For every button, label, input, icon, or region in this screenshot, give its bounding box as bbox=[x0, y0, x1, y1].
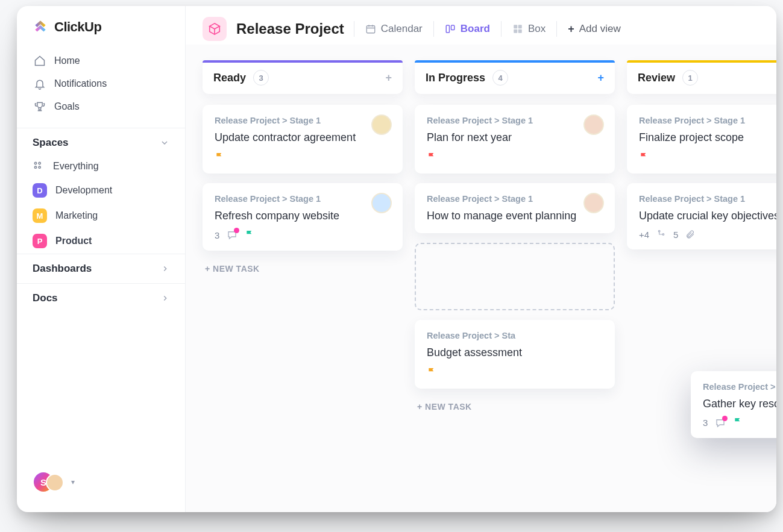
task-card[interactable]: Release Project > Stage 1 How to manage … bbox=[415, 183, 615, 233]
nav-home[interactable]: Home bbox=[29, 49, 173, 72]
spaces-header[interactable]: Spaces bbox=[17, 128, 185, 155]
add-view-button[interactable]: + Add view bbox=[567, 20, 622, 38]
card-title: Plan for next year bbox=[427, 130, 603, 145]
separator bbox=[556, 21, 557, 37]
svg-rect-10 bbox=[514, 25, 517, 28]
subtask-icon bbox=[656, 230, 666, 239]
add-card-button[interactable]: + bbox=[385, 72, 392, 84]
card-title: How to manage event planning bbox=[427, 208, 603, 223]
card-breadcrumb: Release Project > Stage 1 bbox=[427, 194, 603, 204]
flag-icon[interactable] bbox=[245, 230, 254, 241]
assignee-avatar[interactable] bbox=[371, 114, 392, 135]
space-everything-label: Everything bbox=[53, 161, 99, 172]
svg-point-2 bbox=[34, 166, 36, 168]
nav-docs-label: Docs bbox=[33, 292, 58, 304]
svg-rect-12 bbox=[514, 30, 517, 33]
space-label: Product bbox=[55, 236, 92, 246]
column-title: Ready bbox=[213, 72, 246, 84]
drop-placeholder[interactable] bbox=[415, 243, 615, 310]
flag-icon[interactable] bbox=[427, 367, 436, 379]
flag-icon[interactable] bbox=[427, 152, 436, 164]
view-tab-board[interactable]: Board bbox=[444, 20, 491, 37]
column-title: In Progress bbox=[426, 72, 485, 84]
clickup-logo-icon bbox=[33, 19, 48, 35]
spaces-header-label: Spaces bbox=[33, 137, 69, 149]
task-card[interactable]: Release Project > Stage 1 Update crucial… bbox=[627, 183, 776, 249]
svg-rect-13 bbox=[518, 30, 522, 33]
project-icon[interactable] bbox=[203, 17, 227, 41]
column-header[interactable]: In Progress 4 + bbox=[415, 60, 615, 94]
attachment-count: 5 bbox=[673, 230, 678, 240]
card-title: Update crucial key objectives bbox=[639, 208, 776, 223]
nav-goals[interactable]: Goals bbox=[29, 95, 173, 118]
plus-icon: + bbox=[568, 23, 574, 36]
column-inprogress: In Progress 4 + Release Project > Stage … bbox=[415, 60, 615, 496]
home-icon bbox=[34, 55, 46, 67]
space-marketing[interactable]: M Marketing bbox=[17, 203, 185, 228]
column-count: 3 bbox=[253, 70, 269, 86]
card-breadcrumb: Release Project > Stage 1 bbox=[639, 116, 776, 125]
nav-notifications-label: Notifications bbox=[54, 78, 107, 89]
sidebar: ClickUp Home Notifications Goals Spaces … bbox=[17, 6, 186, 512]
task-card[interactable]: Release Project > Stage 1 Finalize proje… bbox=[627, 105, 776, 174]
user-menu[interactable]: S ▾ bbox=[17, 463, 185, 501]
logo[interactable]: ClickUp bbox=[17, 19, 185, 46]
separator bbox=[501, 21, 502, 37]
flag-icon[interactable] bbox=[733, 417, 743, 428]
app-frame: ClickUp Home Notifications Goals Spaces … bbox=[17, 6, 776, 512]
board: Ready 3 + Release Project > Stage 1 Upda… bbox=[186, 45, 776, 512]
task-card[interactable]: Release Project > Stage 1 Update contrac… bbox=[203, 105, 403, 174]
add-view-label: Add view bbox=[579, 23, 621, 35]
view-tab-box[interactable]: Box bbox=[511, 20, 547, 37]
task-card[interactable]: Release Project > Sta Budget assessment bbox=[415, 320, 615, 389]
svg-rect-9 bbox=[451, 25, 454, 30]
assignee-avatar[interactable] bbox=[583, 114, 604, 135]
svg-rect-4 bbox=[366, 26, 375, 33]
flag-icon[interactable] bbox=[215, 152, 224, 164]
caret-down-icon: ▾ bbox=[71, 478, 75, 486]
comment-icon[interactable] bbox=[227, 230, 237, 240]
view-tab-label: Box bbox=[528, 23, 546, 35]
attachment-icon bbox=[685, 230, 695, 239]
space-label: Development bbox=[55, 185, 112, 196]
comment-count: 3 bbox=[703, 418, 708, 428]
chevron-down-icon bbox=[160, 138, 169, 148]
flag-icon[interactable] bbox=[639, 152, 649, 164]
space-development[interactable]: D Development bbox=[17, 178, 185, 203]
view-tab-calendar[interactable]: Calendar bbox=[364, 20, 424, 37]
space-product[interactable]: P Product bbox=[17, 228, 185, 254]
svg-rect-11 bbox=[518, 25, 522, 28]
nav-goals-label: Goals bbox=[54, 101, 80, 112]
space-everything[interactable]: Everything bbox=[17, 155, 185, 178]
dragged-card[interactable]: Release Project > Stage 1 Gather key res… bbox=[691, 371, 776, 438]
separator bbox=[354, 21, 354, 37]
column-header[interactable]: Ready 3 + bbox=[203, 60, 403, 94]
subtask-count: +4 bbox=[639, 230, 649, 240]
card-title: Refresh company website bbox=[215, 208, 391, 223]
card-breadcrumb: Release Project > Stage 1 bbox=[703, 382, 776, 392]
new-task-button[interactable]: + NEW TASK bbox=[203, 260, 403, 277]
nav-docs[interactable]: Docs bbox=[17, 283, 185, 313]
svg-point-3 bbox=[39, 166, 40, 168]
comment-icon[interactable] bbox=[715, 418, 726, 428]
card-title: Finalize project scope bbox=[639, 130, 776, 145]
nav-notifications[interactable]: Notifications bbox=[29, 72, 173, 95]
space-badge: M bbox=[33, 208, 47, 223]
separator bbox=[433, 21, 434, 37]
nav-home-label: Home bbox=[54, 55, 80, 66]
task-card[interactable]: Release Project > Stage 1 Refresh compan… bbox=[203, 183, 403, 250]
column-accent-bar bbox=[627, 60, 776, 63]
column-count: 4 bbox=[492, 70, 508, 86]
column-ready: Ready 3 + Release Project > Stage 1 Upda… bbox=[203, 60, 403, 496]
nav-dashboards[interactable]: Dashboards bbox=[17, 254, 185, 283]
card-title: Gather key resources bbox=[703, 396, 776, 411]
card-breadcrumb: Release Project > Sta bbox=[427, 331, 603, 340]
new-task-button[interactable]: + NEW TASK bbox=[415, 398, 615, 415]
add-card-button[interactable]: + bbox=[597, 72, 604, 84]
card-title: Budget assessment bbox=[427, 345, 603, 360]
project-title: Release Project bbox=[236, 20, 344, 37]
column-header[interactable]: Review 1 bbox=[627, 60, 776, 94]
view-tab-label: Board bbox=[461, 23, 490, 35]
space-label: Marketing bbox=[55, 210, 98, 221]
task-card[interactable]: Release Project > Stage 1 Plan for next … bbox=[415, 105, 615, 174]
